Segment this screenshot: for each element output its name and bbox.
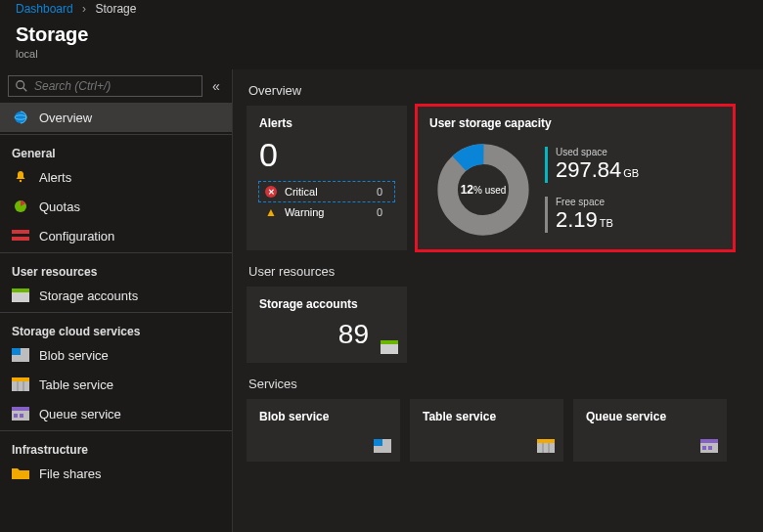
overview-heading: Overview — [248, 83, 749, 98]
sidebar-item-queue-service[interactable]: Queue service — [0, 399, 232, 428]
capacity-donut-chart: 12% used — [429, 136, 537, 244]
sidebar-group-cloud-services: Storage cloud services — [0, 315, 232, 340]
sidebar-item-blob-service[interactable]: Blob service — [0, 340, 232, 370]
table-icon — [537, 439, 555, 453]
svg-rect-6 — [12, 230, 29, 234]
free-space-stat: Free space 2.19TB — [545, 197, 721, 233]
svg-rect-18 — [14, 414, 18, 418]
svg-line-1 — [23, 88, 27, 92]
svg-rect-23 — [381, 340, 398, 344]
sidebar-item-table-service[interactable]: Table service — [0, 370, 232, 399]
donut-center-label: 12% used — [461, 183, 507, 197]
sidebar-item-label: Configuration — [39, 229, 114, 244]
used-space-unit: GB — [623, 167, 639, 179]
sidebar-item-label: Queue service — [39, 407, 121, 421]
capacity-card[interactable]: User storage capacity 12% used Used — [417, 106, 734, 250]
svg-rect-7 — [12, 237, 29, 241]
sidebar-item-quotas[interactable]: Quotas — [0, 192, 232, 221]
svg-point-0 — [17, 81, 24, 89]
svg-rect-32 — [702, 446, 706, 450]
warning-icon: ▲ — [265, 205, 277, 219]
alerts-critical-row[interactable]: ✕ Critical 0 — [259, 182, 394, 201]
sidebar-item-label: Quotas — [39, 200, 80, 214]
sidebar: « Overview General Alerts Quotas Configu… — [0, 69, 233, 532]
svg-rect-13 — [12, 377, 29, 381]
storage-accounts-card[interactable]: Storage accounts 89 — [247, 287, 407, 363]
sidebar-group-general: General — [0, 137, 232, 162]
page-title: Storage — [16, 23, 747, 46]
sidebar-item-label: Table service — [39, 377, 113, 392]
search-icon — [15, 79, 28, 93]
capacity-title: User storage capacity — [429, 116, 721, 130]
services-heading: Services — [248, 377, 749, 391]
svg-rect-27 — [537, 439, 555, 443]
user-resources-heading: User resources — [248, 264, 749, 279]
breadcrumb: Dashboard › Storage — [0, 0, 763, 20]
sidebar-item-label: File shares — [39, 466, 102, 481]
bell-icon — [12, 169, 29, 185]
storage-accounts-count: 89 — [259, 319, 394, 350]
svg-point-4 — [20, 180, 22, 182]
svg-rect-31 — [700, 439, 718, 443]
table-service-title: Table service — [423, 410, 551, 423]
globe-icon — [12, 110, 29, 125]
alerts-total: 0 — [259, 136, 394, 174]
sidebar-item-file-shares[interactable]: File shares — [0, 459, 232, 488]
storage-accounts-title: Storage accounts — [259, 297, 394, 311]
search-input-wrap[interactable] — [8, 75, 202, 97]
sidebar-item-storage-accounts[interactable]: Storage accounts — [0, 281, 232, 310]
free-space-value: 2.19 — [556, 207, 598, 232]
alerts-warning-row[interactable]: ▲ Warning 0 — [259, 201, 394, 223]
blob-service-card[interactable]: Blob service — [247, 399, 400, 462]
critical-icon: ✕ — [265, 186, 277, 198]
blob-icon — [374, 439, 391, 453]
queue-icon — [700, 439, 718, 453]
sidebar-item-label: Storage accounts — [39, 288, 138, 303]
sidebar-group-infrastructure: Infrastructure — [0, 433, 232, 459]
page-header: Storage local — [0, 20, 763, 69]
sidebar-item-configuration[interactable]: Configuration — [0, 221, 232, 250]
folder-icon — [12, 466, 29, 481]
sidebar-group-user-resources: User resources — [0, 255, 232, 281]
search-input[interactable] — [34, 79, 196, 93]
free-space-unit: TB — [600, 217, 613, 229]
queue-service-title: Queue service — [586, 410, 714, 423]
alerts-card[interactable]: Alerts 0 ✕ Critical 0 ▲ Warning 0 — [247, 106, 407, 250]
svg-rect-33 — [708, 446, 712, 450]
blob-service-title: Blob service — [259, 410, 387, 423]
critical-count: 0 — [377, 186, 382, 198]
sidebar-item-label: Alerts — [39, 170, 71, 185]
used-space-label: Used space — [556, 147, 721, 157]
critical-label: Critical — [285, 186, 318, 198]
queue-icon — [12, 406, 29, 421]
free-space-label: Free space — [556, 197, 721, 207]
used-space-stat: Used space 297.84GB — [545, 147, 721, 183]
sidebar-collapse-button[interactable]: « — [206, 78, 226, 94]
config-icon — [12, 228, 29, 244]
sidebar-item-alerts[interactable]: Alerts — [0, 162, 232, 192]
sidebar-item-label: Overview — [39, 111, 92, 125]
blob-icon — [12, 347, 29, 363]
breadcrumb-separator: › — [82, 2, 86, 16]
warning-count: 0 — [377, 206, 382, 218]
used-space-value: 297.84 — [556, 157, 621, 182]
svg-rect-11 — [12, 348, 21, 355]
svg-rect-25 — [374, 439, 382, 446]
main-content: Overview Alerts 0 ✕ Critical 0 ▲ Warning… — [233, 69, 763, 532]
table-service-card[interactable]: Table service — [410, 399, 563, 462]
table-icon — [12, 377, 29, 392]
storage-account-icon — [381, 340, 398, 354]
alerts-title: Alerts — [259, 116, 394, 130]
storage-account-icon — [12, 288, 29, 303]
pie-icon — [12, 199, 29, 214]
svg-rect-19 — [20, 414, 23, 418]
queue-service-card[interactable]: Queue service — [573, 399, 727, 462]
svg-rect-9 — [12, 288, 29, 292]
page-subtitle: local — [16, 48, 747, 60]
sidebar-item-label: Blob service — [39, 348, 109, 363]
sidebar-item-overview[interactable]: Overview — [0, 103, 232, 132]
svg-rect-17 — [12, 407, 29, 411]
breadcrumb-root[interactable]: Dashboard — [16, 2, 73, 16]
breadcrumb-current: Storage — [95, 2, 136, 16]
warning-label: Warning — [285, 206, 325, 218]
